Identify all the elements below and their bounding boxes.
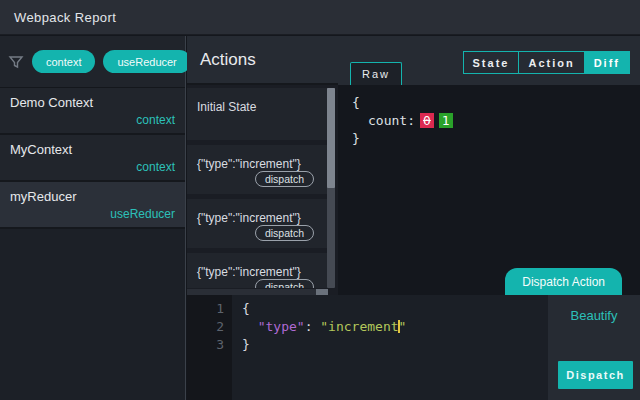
dispatch-chip-button[interactable]: dispatch [255, 171, 314, 187]
topbar: Webpack Report [0, 0, 640, 35]
diff-added-value: 1 [439, 113, 453, 128]
line-number: 1 [187, 300, 224, 318]
context-item-myreducer[interactable]: myReducer useReducer [0, 182, 185, 229]
tab-action[interactable]: Action [519, 52, 584, 73]
actions-header: Actions [187, 36, 338, 85]
context-item-mycontext[interactable]: MyContext context [0, 135, 185, 182]
action-item-label: {"type":"increment"} [197, 265, 301, 279]
actions-title: Actions [200, 50, 256, 70]
filter-tag-context[interactable]: context [32, 50, 95, 73]
context-item-demo-context[interactable]: Demo Context context [0, 88, 185, 135]
action-item-label: {"type":"increment"} [197, 211, 301, 225]
diff-open-brace: { [352, 94, 640, 112]
context-item-tag: context [136, 113, 175, 127]
beautify-button[interactable]: Beautify [571, 308, 618, 323]
filter-icon[interactable] [8, 54, 24, 70]
dispatch-action-button[interactable]: Dispatch Action [505, 268, 622, 295]
actions-list: Initial State {"type":"increment"} dispa… [187, 88, 328, 288]
action-item-increment-2[interactable]: {"type":"increment"} dispatch [187, 199, 328, 248]
view-tab-group: State Action Diff [463, 51, 630, 74]
filter-tag-usereducer[interactable]: useReducer [103, 50, 190, 73]
tab-state[interactable]: State [464, 52, 520, 73]
context-sidebar: context useReducer Demo Context context … [0, 36, 186, 400]
filter-bar: context useReducer [0, 36, 185, 88]
devtool-window: Webpack Report context useReducer Demo C… [0, 0, 640, 400]
diff-removed-value: 0 [420, 113, 434, 128]
dispatch-button[interactable]: Dispatch [558, 361, 633, 389]
context-item-label: MyContext [10, 142, 175, 157]
diff-view: { count:01 } Dispatch Action [338, 85, 640, 295]
tab-raw[interactable]: Raw [350, 62, 402, 85]
action-item-increment-1[interactable]: {"type":"increment"} dispatch [187, 145, 328, 194]
code-line-3: } [242, 336, 548, 354]
vertical-scrollbar-thumb[interactable] [327, 88, 335, 188]
actions-vertical-scrollbar[interactable] [327, 88, 335, 288]
diff-close-brace: } [352, 130, 640, 148]
json-separator: : [305, 319, 321, 334]
action-item-increment-3[interactable]: {"type":"increment"} dispatch [187, 253, 328, 288]
tab-diff[interactable]: Diff [585, 52, 629, 73]
diff-key: count: [368, 113, 415, 128]
editor-code-area[interactable]: { "type": "increment" } [232, 295, 548, 400]
dispatch-chip-button[interactable]: dispatch [255, 279, 314, 288]
context-item-tag: context [136, 160, 175, 174]
state-inspector: Raw State Action Diff { count:01 } Dispa… [338, 36, 640, 295]
diff-entry-count: count:01 [352, 112, 640, 130]
line-number: 3 [187, 336, 224, 354]
context-item-tag: useReducer [110, 207, 175, 221]
action-item-label: {"type":"increment"} [197, 157, 301, 171]
json-string-close-quote: " [399, 319, 407, 334]
action-json-editor: 1 2 3 { "type": "increment" } [187, 295, 548, 400]
dispatch-chip-button[interactable]: dispatch [255, 225, 314, 241]
window-title: Webpack Report [0, 10, 116, 25]
inspector-header: Raw State Action Diff [338, 36, 640, 85]
actions-panel: Actions Initial State {"type":"increment… [187, 36, 338, 295]
line-number: 2 [187, 318, 224, 336]
json-string-value: "increment [320, 319, 398, 334]
context-item-label: Demo Context [10, 95, 175, 110]
json-key: "type" [258, 319, 305, 334]
action-item-initial-state[interactable]: Initial State [187, 88, 328, 140]
action-item-label: Initial State [197, 100, 256, 114]
context-item-label: myReducer [10, 189, 175, 204]
editor-gutter: 1 2 3 [187, 295, 232, 400]
code-line-1: { [242, 300, 548, 318]
code-line-2: "type": "increment" [242, 318, 548, 336]
dispatch-side-panel: Beautify Dispatch [548, 295, 640, 400]
indent [242, 319, 258, 334]
